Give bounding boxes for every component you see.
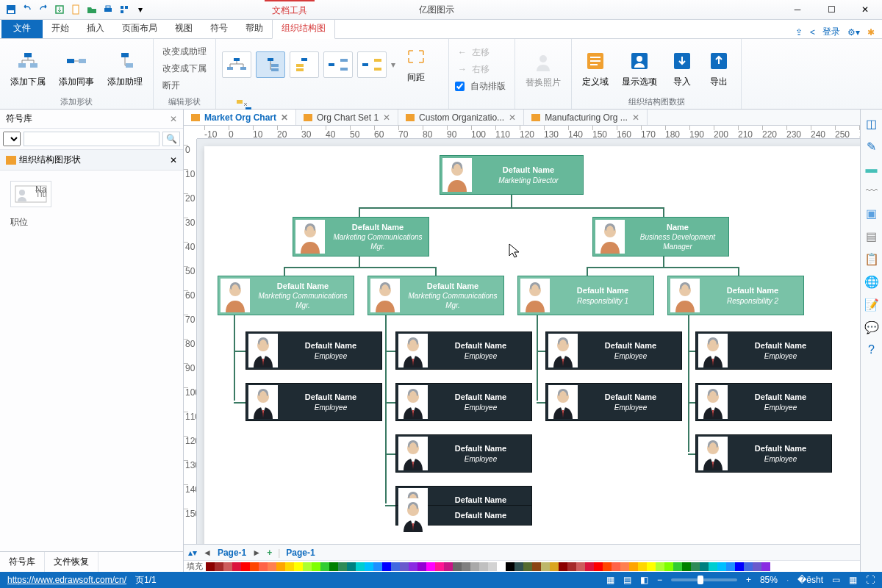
color-swatch[interactable] [585, 562, 594, 571]
color-swatch[interactable] [259, 562, 268, 571]
color-swatch[interactable] [320, 562, 329, 571]
grid-icon[interactable]: ▦ [849, 575, 857, 585]
color-swatch[interactable] [664, 562, 673, 571]
color-swatch[interactable] [453, 562, 462, 571]
color-swatch[interactable] [753, 562, 761, 571]
color-swatch[interactable] [506, 562, 514, 571]
share-icon[interactable]: ⇪ [795, 27, 803, 37]
tab-insert[interactable]: 插入 [78, 18, 113, 38]
search-input[interactable] [24, 132, 159, 146]
color-swatch[interactable] [329, 562, 338, 571]
qat-export-icon[interactable] [53, 3, 66, 16]
apps-icon[interactable]: ✱ [867, 27, 875, 37]
close-tab-icon[interactable]: ✕ [281, 112, 288, 123]
color-swatch[interactable] [241, 562, 250, 571]
org-node[interactable]: Default NameEmployee [695, 383, 832, 421]
status-url[interactable]: https://www.edrawsoft.com/cn/ [7, 575, 126, 585]
tab-symbol[interactable]: 符号 [201, 18, 237, 38]
export-button[interactable]: 导出 [703, 46, 735, 91]
color-swatch[interactable] [356, 562, 365, 571]
zoom-value[interactable]: 85% [760, 575, 778, 585]
display-options-button[interactable]: 显示选项 [617, 46, 662, 91]
tab-org-chart[interactable]: 组织结构图 [272, 18, 335, 39]
org-node[interactable]: Default NameMarketing Communications Mgr… [368, 276, 504, 315]
color-swatch[interactable] [488, 562, 497, 571]
color-swatch[interactable] [250, 562, 259, 571]
document-tab[interactable]: Custom Organizatio...✕ [398, 110, 524, 125]
qat-undo-icon[interactable] [21, 3, 34, 16]
fit-page-icon[interactable]: �ësht [797, 575, 823, 585]
disconnect-button[interactable]: 断开 [159, 79, 209, 93]
layout-more-icon[interactable]: ▾ [391, 60, 395, 70]
org-node[interactable]: Default NameMarketing Director [440, 155, 584, 195]
qat-dropdown-icon[interactable]: ▾ [134, 3, 147, 16]
org-node[interactable]: Default NameEmployee [245, 331, 382, 370]
define-field-button[interactable]: 定义域 [578, 46, 613, 91]
maximize-button[interactable]: ☐ [814, 0, 848, 20]
org-node[interactable]: Default NameEmployee [395, 331, 532, 370]
org-node[interactable]: Default NameEmployee [545, 331, 682, 370]
color-swatch[interactable] [373, 562, 382, 571]
format-pane-icon[interactable]: ◫ [866, 117, 877, 131]
color-swatch[interactable] [417, 562, 426, 571]
document-tab[interactable]: Manufacturing Org ...✕ [524, 110, 648, 125]
org-node[interactable]: Default NameMarketing Communications Mgr… [218, 276, 354, 315]
close-tab-icon[interactable]: ✕ [509, 112, 516, 123]
color-swatch[interactable] [744, 562, 753, 571]
color-swatch[interactable] [347, 562, 356, 571]
close-tab-icon[interactable]: ✕ [383, 112, 390, 123]
org-node[interactable]: Default NameResponsibility 2 [667, 276, 804, 315]
color-swatch[interactable] [761, 562, 770, 571]
color-swatch[interactable] [426, 562, 435, 571]
org-node[interactable]: NameBusiness Development Manager [592, 217, 729, 257]
qat-redo-icon[interactable] [37, 3, 50, 16]
page[interactable]: Default NameMarketing DirectorDefault Na… [204, 146, 860, 544]
sidebar-tab-library[interactable]: 符号库 [0, 552, 45, 572]
color-swatch[interactable] [709, 562, 717, 571]
help-icon[interactable]: ? [868, 343, 875, 356]
color-swatch[interactable] [620, 562, 629, 571]
layout-style-4[interactable] [323, 51, 353, 78]
org-node[interactable]: Default NameEmployee [245, 383, 382, 421]
tab-home[interactable]: 开始 [43, 18, 78, 38]
color-swatch[interactable] [444, 562, 453, 571]
spacing-button[interactable]: 间距 [400, 42, 432, 87]
fill-icon[interactable]: ▬ [866, 162, 878, 176]
color-swatch[interactable] [276, 562, 285, 571]
library-picker[interactable] [3, 132, 21, 146]
org-node[interactable]: Default NameEmployee [545, 383, 682, 421]
color-swatch[interactable] [682, 562, 691, 571]
color-swatch[interactable] [726, 562, 735, 571]
color-swatch[interactable] [462, 562, 470, 571]
image-icon[interactable]: ▣ [866, 207, 877, 220]
pencil-icon[interactable]: ✎ [867, 140, 876, 154]
add-assistant-button[interactable]: 添加助理 [103, 46, 147, 91]
file-tab[interactable]: 文件 [1, 18, 43, 38]
color-swatch[interactable] [691, 562, 700, 571]
color-swatch[interactable] [673, 562, 682, 571]
tab-help[interactable]: 帮助 [237, 18, 272, 38]
color-swatch[interactable] [285, 562, 294, 571]
page-link[interactable]: Page-1 [286, 548, 315, 558]
page-nav-next-icon[interactable]: ► [252, 548, 261, 558]
color-swatch[interactable] [206, 562, 215, 571]
color-swatch[interactable] [497, 562, 506, 571]
color-swatch[interactable] [312, 562, 320, 571]
view-outline-icon[interactable]: ▤ [623, 575, 631, 585]
fit-width-icon[interactable]: ▭ [832, 575, 840, 585]
qat-options-icon[interactable] [118, 3, 131, 16]
org-node[interactable]: Default NameResponsibility 1 [517, 276, 654, 315]
view-full-icon[interactable]: ◧ [640, 575, 648, 585]
color-swatch[interactable] [268, 562, 276, 571]
minimize-button[interactable]: ─ [781, 0, 814, 20]
settings-icon[interactable]: ⚙▾ [847, 27, 860, 37]
qat-open-icon[interactable] [85, 3, 98, 16]
search-button[interactable]: 🔍 [162, 132, 180, 146]
layers-icon[interactable]: ▤ [866, 229, 877, 243]
org-node[interactable]: Default NameEmployee [695, 434, 832, 473]
org-node[interactable]: Default NameEmployee [395, 434, 532, 473]
color-swatch[interactable] [223, 562, 232, 571]
color-swatch[interactable] [338, 562, 347, 571]
add-page-icon[interactable]: + [267, 548, 272, 558]
color-swatch[interactable] [294, 562, 303, 571]
